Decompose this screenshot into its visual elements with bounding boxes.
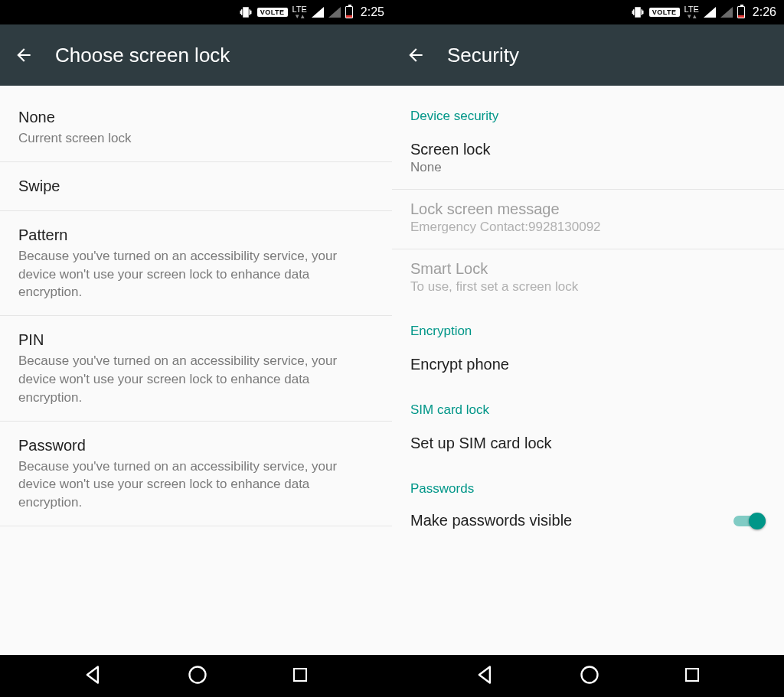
status-bar: VOLTE LTE ▼▲ 2:25 xyxy=(0,0,392,24)
nav-recent-button[interactable] xyxy=(683,666,701,687)
status-clock: 2:26 xyxy=(753,5,776,19)
signal-sim1-icon xyxy=(704,7,716,18)
page-title: Security xyxy=(447,44,519,67)
status-clock: 2:25 xyxy=(361,5,384,19)
setting-label: Screen lock xyxy=(410,141,766,158)
volte-badge: VOLTE xyxy=(649,8,680,17)
page-title: Choose screen lock xyxy=(55,44,230,67)
setting-sublabel: Emergency Contact:9928130092 xyxy=(410,220,766,235)
setting-sublabel: To use, first set a screen lock xyxy=(410,279,766,295)
network-lte: LTE ▼▲ xyxy=(292,5,307,20)
setting-passwords-visible[interactable]: Make passwords visible xyxy=(392,503,784,529)
option-sublabel: Current screen lock xyxy=(18,129,374,148)
screen-lock-list: None Current screen lock Swipe Pattern B… xyxy=(0,86,392,655)
vibrate-icon xyxy=(239,5,253,19)
signal-sim2-icon xyxy=(720,7,733,18)
svg-rect-3 xyxy=(686,669,698,681)
section-passwords: Passwords xyxy=(392,466,784,503)
battery-icon xyxy=(345,6,353,18)
toggle-switch[interactable] xyxy=(733,513,766,529)
nav-recent-button[interactable] xyxy=(291,666,309,687)
phone-right: VOLTE LTE ▼▲ 2:26 Security Device securi… xyxy=(392,0,784,655)
option-label: Pattern xyxy=(18,225,374,246)
setting-sublabel: None xyxy=(410,160,766,175)
option-label: None xyxy=(18,107,374,128)
option-label: Swipe xyxy=(18,176,374,197)
signal-sim1-icon xyxy=(312,7,324,18)
vibrate-icon xyxy=(631,5,645,19)
svg-rect-1 xyxy=(294,669,306,681)
battery-icon xyxy=(737,6,745,18)
setting-label: Make passwords visible xyxy=(410,512,572,529)
network-lte: LTE ▼▲ xyxy=(684,5,699,20)
lock-option-none[interactable]: None Current screen lock xyxy=(0,93,392,162)
lock-option-swipe[interactable]: Swipe xyxy=(0,162,392,211)
section-encryption: Encryption xyxy=(392,308,784,345)
nav-home-button[interactable] xyxy=(187,664,208,689)
setting-label: Smart Lock xyxy=(410,260,766,278)
setting-label: Encrypt phone xyxy=(410,356,766,373)
section-device-security: Device security xyxy=(392,93,784,130)
option-label: Password xyxy=(18,435,374,456)
lock-option-password[interactable]: Password Because you've turned on an acc… xyxy=(0,422,392,526)
app-bar: Choose screen lock xyxy=(0,24,392,86)
nav-back-button[interactable] xyxy=(475,664,496,689)
section-sim-card-lock: SIM card lock xyxy=(392,387,784,424)
setting-setup-sim-lock[interactable]: Set up SIM card lock xyxy=(392,424,784,466)
setting-encrypt-phone[interactable]: Encrypt phone xyxy=(392,345,784,387)
svg-point-0 xyxy=(190,666,206,682)
option-sublabel: Because you've turned on an accessibilit… xyxy=(18,352,374,406)
setting-lock-screen-message: Lock screen message Emergency Contact:99… xyxy=(392,190,784,249)
phone-left: VOLTE LTE ▼▲ 2:25 Choose screen lock Non… xyxy=(0,0,392,655)
status-bar: VOLTE LTE ▼▲ 2:26 xyxy=(392,0,784,24)
option-sublabel: Because you've turned on an accessibilit… xyxy=(18,458,374,512)
volte-badge: VOLTE xyxy=(257,8,288,17)
back-button[interactable] xyxy=(406,45,426,65)
lock-option-pattern[interactable]: Pattern Because you've turned on an acce… xyxy=(0,211,392,316)
option-sublabel: Because you've turned on an accessibilit… xyxy=(18,247,374,301)
security-settings: Device security Screen lock None Lock sc… xyxy=(392,86,784,655)
app-bar: Security xyxy=(392,24,784,86)
setting-label: Set up SIM card lock xyxy=(410,435,766,452)
nav-back-button[interactable] xyxy=(83,664,104,689)
setting-label: Lock screen message xyxy=(410,200,766,218)
nav-home-button[interactable] xyxy=(579,664,600,689)
signal-sim2-icon xyxy=(328,7,341,18)
svg-point-2 xyxy=(582,666,598,682)
back-button[interactable] xyxy=(14,45,34,65)
setting-smart-lock: Smart Lock To use, first set a screen lo… xyxy=(392,249,784,308)
option-label: PIN xyxy=(18,330,374,350)
setting-screen-lock[interactable]: Screen lock None xyxy=(392,130,784,189)
lock-option-pin[interactable]: PIN Because you've turned on an accessib… xyxy=(0,316,392,421)
navigation-bar xyxy=(0,655,784,697)
